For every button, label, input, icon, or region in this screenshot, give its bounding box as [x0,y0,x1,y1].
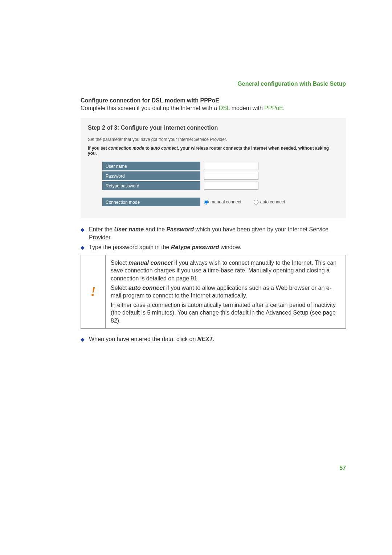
row-password: Password [102,171,324,180]
intro-pre: Complete this screen if you dial up the … [81,105,219,111]
tip1-bold: manual connect [128,260,173,266]
exclamation-icon: ! [90,284,95,299]
tip2-bold: auto connect [128,285,165,291]
intro-post: . [283,105,285,111]
label-password: Password [102,171,200,180]
tip2-pre: Select [111,285,128,291]
radio-auto-connect[interactable]: auto connect [254,199,285,204]
b1-password: Password [166,226,194,232]
final-post: . [213,336,215,342]
label-connmode: Connection mode [102,198,200,206]
row-retype: Retype password [102,181,324,190]
b1-username: User name [114,226,144,232]
note-em1: connection mode [108,146,144,151]
tip-icon-cell: ! [81,255,106,328]
radio-auto-input[interactable] [254,200,258,204]
step-title: Step 2 of 3: Configure your internet con… [88,125,339,131]
form-rows: User name Password Retype password Conne… [88,162,339,206]
b2-pre: Type the password again in the [89,244,171,250]
input-password[interactable] [204,172,258,180]
radio-manual-input[interactable] [204,200,209,204]
config-screenshot: Step 2 of 3: Configure your internet con… [81,118,346,218]
note-em2: auto connect [151,146,178,151]
instruction-list: ◆ Enter the User name and the Password w… [81,226,346,251]
page-header-breadcrumb: General configuration with Basic Setup [81,81,346,87]
radio-auto-label: auto connect [260,199,285,204]
row-connmode: Connection mode manual connect auto conn… [102,198,324,206]
section-heading: Configure connection for DSL modem with … [81,97,346,104]
link-dsl[interactable]: DSL [219,105,230,111]
diamond-icon: ◆ [81,244,85,251]
final-next: NEXT [197,336,213,342]
final-instruction-list: ◆ When you have entered the data, click … [81,335,346,343]
diamond-icon: ◆ [81,226,85,233]
b1-pre: Enter the [89,226,114,232]
row-username: User name [102,162,324,170]
radio-manual-label: manual connect [211,199,241,204]
bullet-final: ◆ When you have entered the data, click … [81,335,346,343]
input-username[interactable] [204,162,258,170]
b2-post: window. [219,244,241,250]
page-number: 57 [339,465,346,471]
b2-retype: Retype password [171,244,219,250]
final-pre: When you have entered the data, click on [89,336,197,342]
radio-manual-connect[interactable]: manual connect [204,199,241,204]
tip-content: Select manual connect if you always wish… [106,255,346,328]
input-retype[interactable] [204,182,258,190]
note-mid: to [144,146,151,151]
tip3: In either case a connection is automatic… [111,301,340,325]
note-pre: If you set [88,146,108,151]
radio-group-connmode: manual connect auto connect [204,199,285,204]
label-retype: Retype password [102,181,200,190]
form-description: Set the parameter that you have got from… [88,137,339,142]
bullet-1: ◆ Enter the User name and the Password w… [81,226,346,241]
form-note: If you set connection mode to auto conne… [88,146,339,156]
b1-mid: and the [144,226,166,232]
diamond-icon: ◆ [81,336,85,343]
intro-text: Complete this screen if you dial up the … [81,105,346,112]
tip-box: ! Select manual connect if you always wi… [81,255,346,329]
tip1-pre: Select [111,260,128,266]
intro-mid: modem with [230,105,264,111]
link-pppoe[interactable]: PPPoE [264,105,283,111]
bullet-2: ◆ Type the password again in the Retype … [81,243,346,251]
label-username: User name [102,162,200,170]
